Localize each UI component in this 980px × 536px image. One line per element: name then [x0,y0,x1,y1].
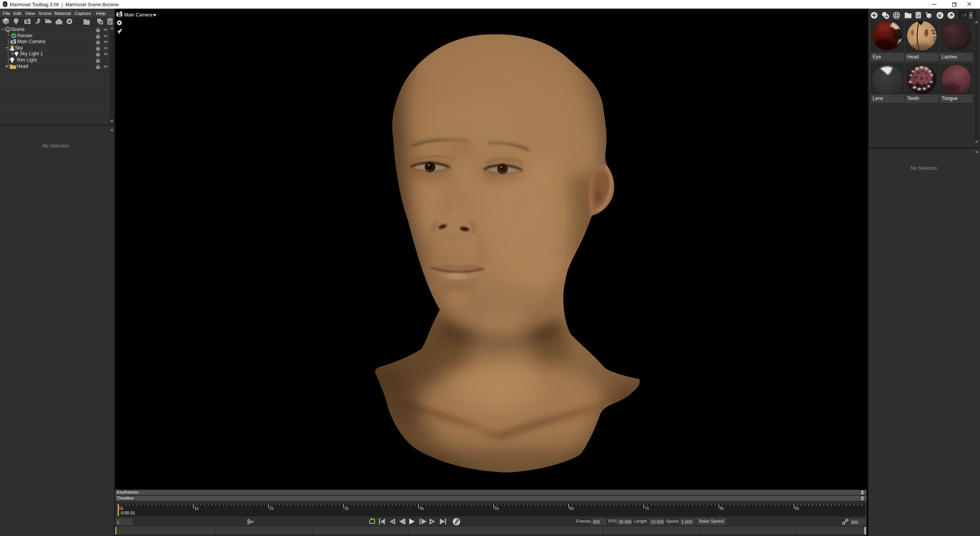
svg-text:8s: 8s [720,506,724,511]
svg-text:6s: 6s [570,506,574,511]
svg-text:4s: 4s [419,506,424,511]
svg-text:2s: 2s [269,506,274,511]
svg-text:0s: 0s [119,506,123,511]
svg-text:0:00.01: 0:00.01 [121,511,135,515]
svg-text:3s: 3s [345,506,349,511]
svg-text:1s: 1s [194,506,199,511]
svg-text:7s: 7s [645,506,649,511]
svg-text:9s: 9s [795,506,799,511]
svg-text:5s: 5s [495,506,499,511]
